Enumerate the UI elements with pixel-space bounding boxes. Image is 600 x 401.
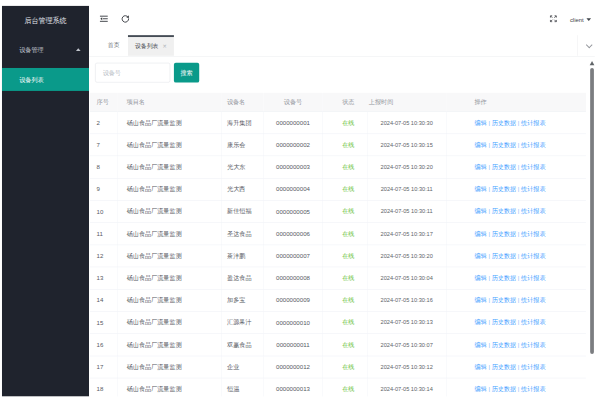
- report-link[interactable]: 统计报表: [521, 319, 545, 326]
- report-link[interactable]: 统计报表: [521, 385, 545, 392]
- refresh-icon[interactable]: [121, 14, 130, 25]
- sidebar-item-label: 设备管理: [19, 45, 43, 53]
- history-link[interactable]: 历史数据: [492, 119, 516, 126]
- cell-time: 2024-07-05 10:30:13: [367, 311, 446, 333]
- edit-link[interactable]: 编辑: [475, 341, 487, 348]
- history-link[interactable]: 历史数据: [492, 297, 516, 304]
- edit-link[interactable]: 编辑: [475, 163, 487, 170]
- cell-status: 在线: [323, 200, 368, 222]
- cell-status: 在线: [323, 134, 368, 156]
- report-link[interactable]: 统计报表: [521, 297, 545, 304]
- edit-link[interactable]: 编辑: [475, 119, 487, 126]
- cell-time: 2024-07-05 10:30:12: [367, 356, 446, 378]
- tab-device-list[interactable]: 设备列表 ✕: [128, 35, 174, 56]
- column-header-index: 序号: [90, 93, 117, 112]
- cell-actions: 编辑 | 历史数据 | 统计报表: [446, 356, 586, 378]
- table-row: 11砀山食品厂流量监测圣达食品0000000006在线2024-07-05 10…: [90, 223, 586, 245]
- edit-link[interactable]: 编辑: [475, 297, 487, 304]
- edit-link[interactable]: 编辑: [475, 319, 487, 326]
- report-link[interactable]: 统计报表: [521, 274, 545, 281]
- cell-actions: 编辑 | 历史数据 | 统计报表: [446, 223, 586, 245]
- report-link[interactable]: 统计报表: [521, 163, 545, 170]
- report-link[interactable]: 统计报表: [521, 363, 545, 370]
- history-link[interactable]: 历史数据: [492, 252, 516, 259]
- table-row: 2砀山食品厂流量监测海升集团0000000001在线2024-07-05 10:…: [90, 112, 586, 134]
- caret-down-icon: [586, 18, 591, 21]
- report-link[interactable]: 统计报表: [521, 208, 545, 215]
- edit-link[interactable]: 编辑: [475, 363, 487, 370]
- cell-project: 砀山食品厂流量监测: [117, 311, 221, 333]
- report-link[interactable]: 统计报表: [521, 141, 545, 148]
- column-header-project: 项目名: [117, 93, 221, 112]
- column-header-actions: 操作: [446, 93, 586, 112]
- report-link[interactable]: 统计报表: [521, 186, 545, 193]
- close-icon[interactable]: ✕: [163, 44, 167, 49]
- cell-index: 15: [90, 311, 117, 333]
- cell-status: 在线: [323, 112, 368, 134]
- history-link[interactable]: 历史数据: [492, 319, 516, 326]
- cell-time: 2024-07-05 10:30:17: [367, 223, 446, 245]
- sidebar-subitem-label: 设备列表: [19, 75, 43, 83]
- history-link[interactable]: 历史数据: [492, 274, 516, 281]
- scrollbar-thumb[interactable]: [590, 68, 594, 354]
- cell-device: 海升集团: [221, 112, 263, 134]
- report-link[interactable]: 统计报表: [521, 230, 545, 237]
- report-link[interactable]: 统计报表: [521, 252, 545, 259]
- table-row: 12砀山食品厂流量监测茶沣鹏0000000007在线2024-07-05 10:…: [90, 245, 586, 267]
- edit-link[interactable]: 编辑: [475, 230, 487, 237]
- tab-label: 首页: [108, 41, 120, 49]
- cell-actions: 编辑 | 历史数据 | 统计报表: [446, 267, 586, 289]
- sidebar-item-device-list[interactable]: 设备列表: [2, 68, 89, 91]
- search-input[interactable]: [95, 63, 170, 83]
- cell-device: 新佳恒福: [221, 200, 263, 222]
- app-window: 后台管理系统 设备管理 设备列表: [2, 6, 595, 397]
- sidebar-item-device-management[interactable]: 设备管理: [2, 35, 89, 65]
- table-row: 10砀山食品厂流量监测新佳恒福0000000005在线2024-07-05 10…: [90, 200, 586, 222]
- edit-link[interactable]: 编辑: [475, 141, 487, 148]
- table-row: 13砀山食品厂流量监测盈达食品0000000008在线2024-07-05 10…: [90, 267, 586, 289]
- cell-index: 2: [90, 112, 117, 134]
- column-header-device: 设备名: [221, 93, 263, 112]
- history-link[interactable]: 历史数据: [492, 230, 516, 237]
- screenshot-stage: 后台管理系统 设备管理 设备列表: [0, 0, 600, 401]
- chevron-down-icon[interactable]: [586, 42, 593, 49]
- edit-link[interactable]: 编辑: [475, 385, 487, 392]
- tags-view-bar: 首页 设备列表 ✕: [89, 34, 595, 57]
- history-link[interactable]: 历史数据: [492, 186, 516, 193]
- cell-time: 2024-07-05 10:30:11: [367, 200, 446, 222]
- tab-home[interactable]: 首页: [108, 35, 120, 56]
- table-row: 7砀山食品厂流量监测康乐会0000000002在线2024-07-05 10:3…: [90, 134, 586, 156]
- history-link[interactable]: 历史数据: [492, 208, 516, 215]
- fullscreen-icon[interactable]: [549, 15, 557, 25]
- edit-link[interactable]: 编辑: [475, 186, 487, 193]
- history-link[interactable]: 历史数据: [492, 363, 516, 370]
- cell-project: 砀山食品厂流量监测: [117, 356, 221, 378]
- history-link[interactable]: 历史数据: [492, 385, 516, 392]
- history-link[interactable]: 历史数据: [492, 163, 516, 170]
- cell-index: 8: [90, 156, 117, 178]
- cell-project: 砀山食品厂流量监测: [117, 178, 221, 200]
- cell-status: 在线: [323, 311, 368, 333]
- cell-time: 2024-07-05 10:30:15: [367, 134, 446, 156]
- cell-number: 0000000013: [263, 378, 322, 396]
- cell-index: 18: [90, 378, 117, 396]
- cell-time: 2024-07-05 10:30:20: [367, 245, 446, 267]
- edit-link[interactable]: 编辑: [475, 208, 487, 215]
- table-row: 16砀山食品厂流量监测双赢食品0000000011在线2024-07-05 10…: [90, 334, 586, 356]
- cell-project: 砀山食品厂流量监测: [117, 289, 221, 311]
- scrollbar-up-icon[interactable]: [590, 61, 595, 65]
- search-button[interactable]: 搜索: [174, 63, 199, 83]
- history-link[interactable]: 历史数据: [492, 141, 516, 148]
- cell-number: 0000000011: [263, 334, 322, 356]
- cell-index: 11: [90, 223, 117, 245]
- hamburger-icon[interactable]: [99, 14, 108, 25]
- cell-device: 茶沣鹏: [221, 245, 263, 267]
- edit-link[interactable]: 编辑: [475, 252, 487, 259]
- report-link[interactable]: 统计报表: [521, 119, 545, 126]
- table-row: 15砀山食品厂流量监测汇源果汁0000000010在线2024-07-05 10…: [90, 311, 586, 333]
- edit-link[interactable]: 编辑: [475, 274, 487, 281]
- cell-actions: 编辑 | 历史数据 | 统计报表: [446, 289, 586, 311]
- report-link[interactable]: 统计报表: [521, 341, 545, 348]
- history-link[interactable]: 历史数据: [492, 341, 516, 348]
- user-dropdown[interactable]: client: [570, 6, 591, 34]
